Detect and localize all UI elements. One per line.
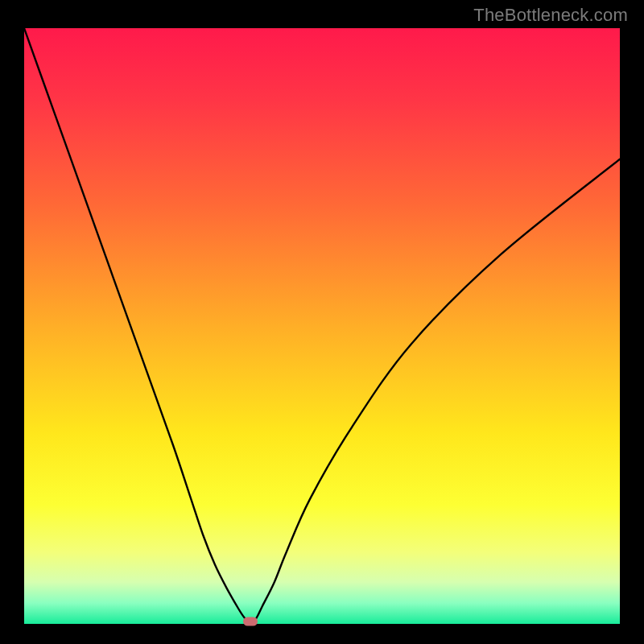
bottleneck-curve-path	[24, 28, 620, 624]
optimal-point-marker	[243, 617, 258, 626]
chart-frame	[24, 28, 620, 624]
attribution-label: TheBottleneck.com	[473, 5, 628, 26]
bottleneck-curve	[24, 28, 620, 624]
